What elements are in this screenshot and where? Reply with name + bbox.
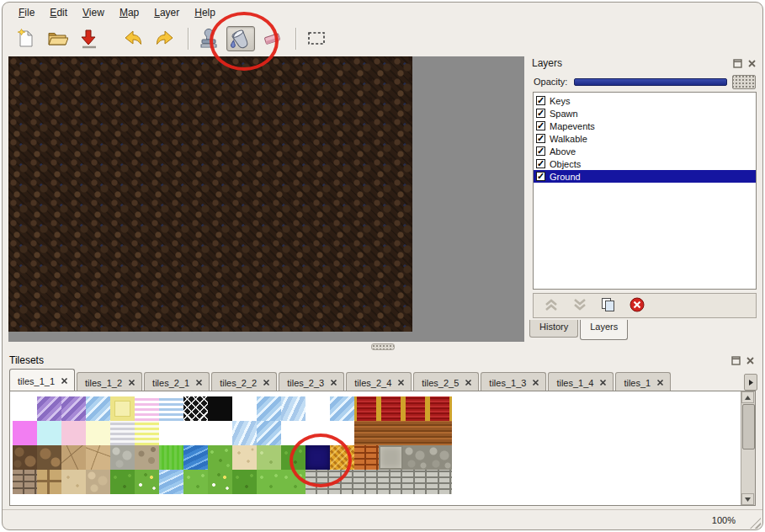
tile-water-deep[interactable]: [183, 445, 208, 470]
tile-water-blue[interactable]: [257, 396, 281, 421]
tileset-tab-tiles_1_3[interactable]: tiles_1_3: [481, 372, 546, 391]
tile-stone-brown2[interactable]: [37, 445, 61, 470]
opacity-slider-handle[interactable]: [732, 75, 756, 89]
tile-grass-mid[interactable]: [257, 470, 281, 494]
tile-brick-gray[interactable]: [428, 470, 452, 494]
tile-cyan[interactable]: [37, 421, 61, 445]
scrollbar-thumb[interactable]: [742, 404, 755, 450]
redo-button[interactable]: [151, 26, 179, 51]
tile-white[interactable]: [232, 396, 257, 421]
layer-visibility-checkbox[interactable]: ✓: [536, 146, 545, 156]
tile-white[interactable]: [183, 421, 208, 445]
tileset-tab-tiles_2_3[interactable]: tiles_2_3: [279, 372, 344, 391]
tile-stripes-pink[interactable]: [135, 396, 159, 421]
close-tab-icon[interactable]: [330, 379, 337, 386]
tileset-tab-tiles_1[interactable]: tiles_1: [615, 372, 671, 391]
tile-wood-planks[interactable]: [428, 421, 452, 445]
duplicate-layer-button[interactable]: [598, 296, 619, 315]
tile-pink[interactable]: [61, 421, 86, 445]
undo-button[interactable]: [119, 26, 147, 51]
tile-carpet-red[interactable]: [379, 396, 403, 421]
layer-visibility-checkbox[interactable]: ✓: [536, 96, 545, 105]
tile-cobble[interactable]: [403, 445, 428, 470]
tile-carpet-red[interactable]: [354, 396, 379, 421]
tileset-tab-tiles_1_2[interactable]: tiles_1_2: [77, 372, 142, 391]
tileset-tab-tiles_2_2[interactable]: tiles_2_2: [211, 372, 277, 391]
tile-carpet-yellow[interactable]: [330, 445, 354, 470]
tile-stone-blocks[interactable]: [37, 470, 61, 494]
close-tab-icon[interactable]: [263, 379, 270, 386]
layer-row-ground[interactable]: ✓Ground: [534, 170, 756, 183]
tile-stripes-yellow[interactable]: [135, 421, 159, 445]
tile-pebbles-tan[interactable]: [86, 470, 110, 494]
move-layer-down-button[interactable]: [569, 296, 591, 315]
tileset-tab-tiles_2_4[interactable]: tiles_2_4: [346, 372, 412, 391]
tile-white[interactable]: [330, 421, 354, 445]
resize-grip[interactable]: [750, 518, 761, 529]
layer-row-spawn[interactable]: ✓Spawn: [534, 107, 756, 120]
tile-water-purple[interactable]: [37, 396, 61, 421]
tileset-tab-tiles_2_5[interactable]: tiles_2_5: [413, 372, 479, 391]
menu-layer[interactable]: Layer: [146, 4, 187, 21]
layer-row-above[interactable]: ✓Above: [534, 145, 756, 157]
fill-tool-button[interactable]: [226, 26, 255, 51]
layer-visibility-checkbox[interactable]: ✓: [536, 159, 545, 168]
tileset-tab-tiles_1_4[interactable]: tiles_1_4: [548, 372, 614, 391]
tile-white[interactable]: [305, 421, 330, 445]
select-tool-button[interactable]: [302, 26, 331, 51]
tile-cobble[interactable]: [428, 445, 452, 470]
float-panel-button[interactable]: [730, 354, 741, 366]
close-tab-icon[interactable]: [599, 379, 607, 386]
close-panel-button[interactable]: [746, 57, 757, 69]
layer-row-objects[interactable]: ✓Objects: [534, 157, 756, 170]
tile-brick-gray[interactable]: [379, 470, 403, 494]
tile-grass-mid[interactable]: [281, 470, 305, 494]
float-panel-button[interactable]: [731, 57, 743, 69]
close-tab-icon[interactable]: [532, 379, 539, 386]
close-panel-button[interactable]: [744, 354, 756, 366]
tile-white[interactable]: [208, 421, 232, 445]
menu-file[interactable]: File: [11, 4, 42, 21]
menu-view[interactable]: View: [75, 4, 112, 21]
tile-stripes-gray[interactable]: [110, 421, 135, 445]
close-tab-icon[interactable]: [397, 379, 405, 386]
close-tab-icon[interactable]: [195, 379, 203, 386]
tile-white[interactable]: [159, 421, 183, 445]
tile-green-bright[interactable]: [159, 445, 183, 470]
tile-stone-tan[interactable]: [61, 445, 86, 470]
layer-visibility-checkbox[interactable]: ✓: [536, 121, 545, 130]
tileset-tab-tiles_1_1[interactable]: tiles_1_1: [9, 369, 75, 391]
tile-grass-pale[interactable]: [257, 445, 281, 470]
tile-pebbles-gray[interactable]: [110, 445, 135, 470]
delete-layer-button[interactable]: [626, 296, 648, 315]
tile-stone-brown[interactable]: [13, 445, 37, 470]
layer-row-mapevents[interactable]: ✓Mapevents: [534, 120, 756, 132]
tile-yellow-pad[interactable]: [110, 396, 135, 421]
tile-carpet-red[interactable]: [428, 396, 452, 421]
scroll-up-button[interactable]: [741, 391, 754, 403]
move-layer-up-button[interactable]: [540, 296, 562, 315]
tile-grass-flowers[interactable]: [135, 470, 159, 494]
tile-water-blue2[interactable]: [232, 421, 257, 445]
tile-grass-mid[interactable]: [183, 470, 208, 494]
eraser-tool-button[interactable]: [258, 26, 287, 51]
close-tab-icon[interactable]: [465, 379, 472, 386]
layer-visibility-checkbox[interactable]: ✓: [536, 109, 545, 118]
tile-wood-planks[interactable]: [354, 421, 379, 445]
layer-row-walkable[interactable]: ✓Walkable: [534, 132, 756, 145]
tile-grass-dark[interactable]: [232, 470, 257, 494]
tile-carpet-red[interactable]: [403, 396, 428, 421]
menu-edit[interactable]: Edit: [42, 4, 75, 21]
tile-magenta[interactable]: [13, 421, 37, 445]
menu-map[interactable]: Map: [112, 4, 146, 21]
tile-brick-gray[interactable]: [305, 470, 330, 494]
layer-row-keys[interactable]: ✓Keys: [534, 94, 756, 107]
tile-water-light[interactable]: [159, 470, 183, 494]
close-tab-icon[interactable]: [128, 379, 135, 386]
tile-white[interactable]: [281, 421, 305, 445]
tileset-scrollbar[interactable]: [741, 391, 755, 505]
tile-grass-flowers[interactable]: [208, 470, 232, 494]
panel-tab-layers[interactable]: Layers: [580, 320, 628, 340]
tile-stripes-blue[interactable]: [159, 396, 183, 421]
tile-navy[interactable]: [305, 445, 330, 470]
